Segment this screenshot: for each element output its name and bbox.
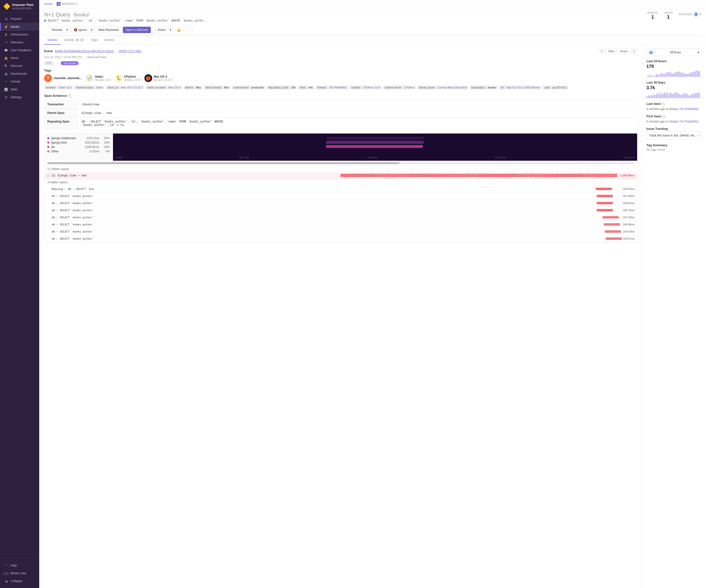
tag-icon-macos: 🍎 Mac OS X Version: 10.15.7 bbox=[144, 74, 173, 82]
tab-tags[interactable]: Tags bbox=[87, 36, 101, 45]
tag-icon-python-info: CPython Version: 3.8.9 bbox=[124, 75, 141, 81]
help-icon: ? bbox=[662, 103, 665, 106]
main-nav: ⊞ Projects ⚡ Issues ⚡ Performance 🏷 Rele… bbox=[0, 13, 39, 558]
sidebar-item-feedback[interactable]: 💬 User Feedback bbox=[0, 46, 39, 54]
tag-pill[interactable]: server_nameCormac-MacCarthy.local bbox=[418, 85, 468, 89]
tag-pill[interactable]: levelinfo bbox=[299, 85, 314, 89]
tab-details[interactable]: Details bbox=[44, 36, 61, 45]
flamechart: 0.00ms 801.12ms 1,602.24ms 2,403.37ms 3,… bbox=[113, 133, 637, 161]
last-event-button[interactable]: ⟩⟩ bbox=[631, 48, 637, 54]
span-detail-row[interactable]: db – SELECT `books_author`166.81ms bbox=[44, 200, 637, 207]
alert-icon: 🔔 bbox=[4, 56, 8, 60]
span-detail-row[interactable]: db – SELECT `books_author`166.87ms bbox=[44, 235, 637, 242]
resolve-dropdown-button[interactable]: ▾ bbox=[65, 27, 70, 33]
tag-pill[interactable]: release78c744eb09a1 bbox=[316, 85, 348, 89]
tag-pill[interactable]: device.familyMac bbox=[204, 85, 230, 89]
assignee-label: ASSIGNEE bbox=[679, 13, 692, 16]
tag-pill[interactable]: environmentproduction bbox=[232, 85, 266, 89]
json-link[interactable]: JSON (13.2 KiB) bbox=[119, 49, 141, 53]
first-event-button[interactable]: ⟨⟨ bbox=[598, 48, 605, 54]
comment-icon: 💬 bbox=[80, 38, 84, 41]
django-ms: 3,205.99ms bbox=[620, 174, 635, 177]
flame-legend: django.middleware 3204.2ms 33% django.vi… bbox=[44, 133, 113, 161]
span-detail-row[interactable]: db – SELECT `books_author`167.29ms bbox=[44, 214, 637, 221]
django-view-row[interactable]: ▲ 12 django.view – new 3,205.99ms bbox=[44, 172, 637, 179]
python-icon: 🐍 bbox=[115, 74, 123, 82]
tag-pill[interactable]: browser.nameSafari bbox=[75, 85, 105, 89]
event-label-this[interactable]: This Event bbox=[61, 61, 78, 65]
share-button[interactable]: ○ Share bbox=[152, 27, 168, 33]
tag-pill[interactable]: urlhttp://127.0.0.1:9007/books/ bbox=[499, 85, 542, 89]
sidebar-item-collapse[interactable]: ◀ Collapse bbox=[0, 577, 39, 585]
ignore-dropdown-button[interactable]: ▾ bbox=[89, 27, 94, 33]
event-id-link[interactable]: 4446c9af6bb94815b2ac9bc4515c5615 bbox=[55, 49, 114, 53]
resolve-button[interactable]: Resolve bbox=[49, 27, 65, 33]
tag-pill[interactable]: http.status_code200 bbox=[267, 85, 297, 89]
tab-activity[interactable]: Activity 0 💬 bbox=[61, 36, 87, 45]
tracking-row[interactable]: Track this issue in Jira, GitHub, etc. › bbox=[646, 132, 702, 139]
tag-pill[interactable]: userip:127.0.0.1 bbox=[543, 85, 568, 89]
event-meta: Sep 14, 2022 7:24:56 PM UTC | View Full … bbox=[44, 56, 637, 58]
share-dropdown-button[interactable]: ▾ bbox=[168, 27, 173, 33]
span-detail-row[interactable]: db – SELECT `books_author`168.74ms bbox=[44, 207, 637, 214]
span-row-parent: Parent Span django.view - new bbox=[44, 109, 637, 117]
span-detail-row[interactable]: db – SELECT `books_author`169.63ms bbox=[44, 228, 637, 235]
settings-icon: ⚙ bbox=[4, 95, 8, 99]
org-name: Empower Plant bbox=[12, 3, 34, 7]
sidebar: Empower Plant george.gritsuk@s... ⊞ Proj… bbox=[0, 0, 39, 588]
svg-rect-0 bbox=[326, 137, 424, 140]
tag-pill[interactable]: runtimeCPython 3.8.9 bbox=[350, 85, 382, 89]
sidebar-item-releases[interactable]: 🏷 Releases bbox=[0, 38, 39, 46]
span-detail-row[interactable]: db – SELECT `books_author`167.06ms bbox=[44, 193, 637, 200]
sidebar-item-performance[interactable]: ⚡ Performance bbox=[0, 31, 39, 38]
sidebar-label-dashboards: Dashboards bbox=[10, 72, 27, 76]
mark-reviewed-button[interactable]: Mark Reviewed bbox=[95, 27, 121, 33]
span-detail-row[interactable]: Regroup – db – SELECT `boo169.03ms bbox=[44, 185, 637, 193]
first-seen-release-link[interactable]: 78c744eb09a1 bbox=[679, 120, 699, 123]
events-label: EVENTS bbox=[648, 11, 658, 14]
sidebar-item-discover[interactable]: 🔍 Discover bbox=[0, 62, 39, 70]
flamechart-svg bbox=[115, 135, 635, 155]
tag-pill[interactable]: client_os.nameMac OS X bbox=[146, 85, 182, 89]
issue-title-block: N+1 Query /books/ SELECT `books_author`.… bbox=[44, 11, 209, 25]
last-seen-release-link[interactable]: 78c744eb09a1 bbox=[679, 107, 699, 111]
sidebar-item-stats[interactable]: 📊 Stats bbox=[0, 85, 39, 93]
tag-pill[interactable]: browserSafari 15.5 bbox=[45, 85, 73, 89]
scrollbar[interactable] bbox=[47, 162, 634, 164]
view-trace-link[interactable]: View Full Trace bbox=[87, 56, 106, 58]
more-button[interactable]: ··· bbox=[185, 27, 193, 33]
sidebar-item-settings[interactable]: ⚙ Settings bbox=[0, 93, 39, 101]
sidebar-item-alerts[interactable]: 🔔 Alerts bbox=[0, 54, 39, 62]
open-discover-button[interactable]: Open in Discover bbox=[123, 27, 151, 33]
tag-pill[interactable]: runtime.nameCPython bbox=[383, 85, 416, 89]
newer-button[interactable]: Newer bbox=[618, 49, 630, 54]
tab-events[interactable]: Events bbox=[101, 36, 118, 45]
breadcrumb-issues-link[interactable]: Issues bbox=[44, 2, 53, 6]
bell-button[interactable]: 🔔 bbox=[174, 27, 183, 33]
tag-pill[interactable]: transaction/books/ bbox=[470, 85, 498, 89]
sidebar-item-help[interactable]: ? Help bbox=[0, 561, 39, 570]
discover-icon: 🔍 bbox=[4, 64, 8, 68]
tag-pill[interactable]: deviceMac bbox=[184, 85, 203, 89]
sidebar-label-projects: Projects bbox=[10, 17, 22, 20]
older-button[interactable]: Older bbox=[606, 49, 617, 54]
sidebar-label-activity: Activity bbox=[10, 80, 21, 83]
span-detail-row[interactable]: db – SELECT `books_author`166.98ms bbox=[44, 221, 637, 228]
sidebar-item-activity[interactable]: ≡ Activity bbox=[0, 78, 39, 85]
span-table: Transaction /books/new Parent Span djang… bbox=[44, 100, 637, 129]
tag-pill[interactable]: client_osMac OS X 10.15.7 bbox=[106, 85, 144, 89]
tag-icon-safari-info: Safari Version: 15.5 bbox=[95, 75, 111, 81]
ignore-button[interactable]: 🔇 Ignore bbox=[71, 27, 89, 33]
sidebar-header: Empower Plant george.gritsuk@s... bbox=[0, 0, 39, 13]
sidebar-label-whats-new: What's new bbox=[10, 572, 26, 575]
tag-icon-user: ? charlotte_alameda... bbox=[44, 74, 82, 82]
help-icon: ? bbox=[4, 563, 8, 568]
sidebar-label-discover: Discover bbox=[10, 64, 23, 68]
sidebar-item-whats-new[interactable]: ((·)) What's new bbox=[0, 570, 39, 577]
sidebar-label-feedback: User Feedback bbox=[10, 48, 31, 52]
sidebar-item-projects[interactable]: ⊞ Projects bbox=[0, 15, 39, 23]
sidebar-item-issues[interactable]: ⚡ Issues bbox=[0, 23, 39, 31]
tag-icon-user-info: charlotte_alameda... bbox=[53, 77, 82, 80]
env-selector[interactable]: 🌍 All Envs ▾ bbox=[646, 48, 702, 56]
sidebar-item-dashboards[interactable]: ▦ Dashboards bbox=[0, 70, 39, 78]
